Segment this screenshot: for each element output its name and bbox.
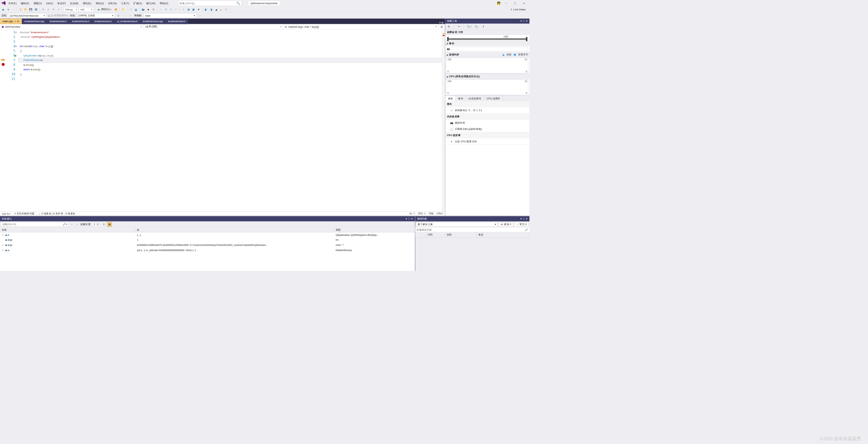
autos-search-input[interactable]: 搜索(Ctrl+E)🔎▾ xyxy=(1,222,68,227)
error-search-input[interactable]: 搜索错误列表🔎 xyxy=(415,227,529,232)
tab-1[interactable]: kmainwindow.cpp xyxy=(22,19,47,24)
pause-button[interactable]: ▮▮ xyxy=(141,7,146,11)
minimize-button[interactable]: ─ xyxy=(502,0,510,6)
scope-member-combo[interactable]: ⊕main(int argc, char * argv[])▾ xyxy=(283,24,438,29)
diag-zoom-out-button[interactable]: 🔍- xyxy=(474,24,479,29)
tab-7[interactable]: kmainwindow.h xyxy=(166,19,188,24)
history-button[interactable]: ─ xyxy=(11,7,16,11)
menu-window[interactable]: 窗口(W) xyxy=(144,1,157,6)
step-into-button[interactable]: → xyxy=(158,7,163,11)
menu-build[interactable]: 生成(B) xyxy=(68,1,80,6)
thread-combo[interactable]: [18856] 主线程▾ xyxy=(77,13,115,18)
live-share-button[interactable]: ⇪Live Share xyxy=(507,8,528,11)
overview-ruler[interactable] xyxy=(442,29,445,211)
step-out-button[interactable]: ↗ xyxy=(169,7,173,11)
tab-main-cpp[interactable]: main.cpp⊕✕ xyxy=(0,19,22,24)
menu-help[interactable]: 帮助(H) xyxy=(158,1,170,6)
new-item-button[interactable]: 🗋 xyxy=(18,7,23,11)
menu-project[interactable]: 项目(P) xyxy=(55,1,68,6)
menu-debug[interactable]: 调试(D) xyxy=(81,1,93,6)
redo-drop[interactable]: ▾ xyxy=(56,7,61,11)
redo-button[interactable]: ↷ xyxy=(51,7,56,11)
diag-tab-summary[interactable]: 摘要 xyxy=(445,96,456,101)
autos-row[interactable]: ▷◆a{...}QApplication {Qt5Widgetsd.dll!QA… xyxy=(0,232,415,238)
stackframe-combo[interactable]: main▾ xyxy=(143,13,196,18)
col-code[interactable]: 代码 xyxy=(426,232,445,237)
events-header[interactable]: 事件 xyxy=(449,42,454,45)
menu-extensions[interactable]: 扩展(X) xyxy=(132,1,144,6)
cpu-header[interactable]: CPU (所有处理器的百分比) xyxy=(449,75,480,78)
diag-reset-button[interactable]: ⇥ xyxy=(456,24,461,29)
solution-name-badge[interactable]: QtAdvanceComponents xyxy=(248,1,280,6)
close-button[interactable]: ✕ xyxy=(520,0,528,6)
diag-tab-memory[interactable]: 内存使用率 xyxy=(466,96,484,101)
bookmark-5[interactable]: ◣ xyxy=(219,7,223,11)
continue-button[interactable]: ▶继续(C)▾ xyxy=(96,7,113,11)
tab-overflow-button[interactable]: ▾ xyxy=(439,21,441,24)
menu-tools[interactable]: 工具(T) xyxy=(119,1,131,6)
panel-pin-icon[interactable]: □ xyxy=(523,20,524,23)
stop-button[interactable]: ■ xyxy=(146,7,150,11)
summary-snapshot[interactable]: 📷截取快照 xyxy=(445,120,529,126)
stack-tool[interactable]: ▾ xyxy=(198,13,202,18)
format-1[interactable]: ≡ xyxy=(181,7,186,11)
panel-pin-icon[interactable]: □ xyxy=(408,217,410,221)
diag-timeline[interactable]: 10秒 xyxy=(445,35,529,41)
back-button[interactable]: ◉ xyxy=(1,7,5,11)
depth-value[interactable]: 3 xyxy=(92,222,97,226)
tab-6[interactable]: kmainwindow.cpp xyxy=(140,19,166,24)
error-count-chip[interactable]: ⊗错误 0 xyxy=(499,222,513,227)
maximize-button[interactable]: ▢ xyxy=(511,0,519,6)
panel-close-icon[interactable]: ✕ xyxy=(411,217,413,221)
undo-button[interactable]: ↶ xyxy=(41,7,45,11)
open-button[interactable]: 📂 xyxy=(24,7,28,11)
format-2[interactable]: ▤ xyxy=(186,7,191,11)
summary-cpu-profile[interactable]: ●记录 CPU 配置文件 xyxy=(445,139,529,145)
format-4[interactable]: ▼ xyxy=(196,7,201,11)
breakpoint-icon[interactable] xyxy=(2,63,5,66)
warning-count-chip[interactable]: ⚠警告 0 xyxy=(514,222,528,227)
step-command-2[interactable]: ⬓ xyxy=(133,7,138,11)
hot-reload-button[interactable]: 🔥 xyxy=(114,7,118,11)
scope-type-combo[interactable]: (全局范围)▾ xyxy=(144,24,283,29)
menu-test[interactable]: 测试(S) xyxy=(94,1,106,6)
autos-tool-1[interactable]: ⫿ xyxy=(102,222,106,227)
open-folder-button[interactable]: 📁 xyxy=(121,7,125,11)
no-issues-indicator[interactable]: ● 未找到相关问题 xyxy=(14,212,34,215)
menu-file[interactable]: 文件(F) xyxy=(6,1,18,6)
fold-toggle[interactable]: ⊟ xyxy=(14,30,17,35)
error-scope-combo[interactable]: 整个解决方案▾ xyxy=(416,222,498,227)
menu-git[interactable]: Git(G) xyxy=(44,1,55,5)
col-desc[interactable]: 说明 xyxy=(445,232,477,237)
autos-nav-fwd[interactable]: → xyxy=(75,222,79,227)
menu-view[interactable]: 视图(V) xyxy=(32,1,44,6)
panel-dropdown-icon[interactable]: ▾ xyxy=(406,217,407,221)
panel-close-icon[interactable]: ✕ xyxy=(526,217,528,221)
diag-chart-button[interactable]: ⫿ xyxy=(481,24,485,29)
tab-4[interactable]: kmainwindow.h xyxy=(92,19,115,24)
run-to-line-icon[interactable]: ▶ xyxy=(14,53,17,58)
bookmark-6[interactable]: ◤ xyxy=(224,7,228,11)
menu-analyze[interactable]: 分析(N) xyxy=(106,1,119,6)
autos-nav-back[interactable]: ← xyxy=(69,222,74,227)
zoom-dropdown[interactable]: 133 %▾ xyxy=(2,212,11,215)
save-button[interactable]: 💾 xyxy=(28,7,33,11)
summary-all-events[interactable]: ∞所有事件(1 个，共 1 个) xyxy=(445,107,529,114)
tab-3[interactable]: kmainwindow.h xyxy=(70,19,92,24)
bookmark-flag[interactable]: ◢ xyxy=(214,7,218,11)
tab-5[interactable]: ui_kmainwindow.h xyxy=(115,19,141,24)
global-search-input[interactable]: 搜索 (Ctrl+Q)🔍 xyxy=(178,0,242,6)
tab-more-button[interactable]: ⊕ xyxy=(441,21,444,24)
panel-pin-icon[interactable]: □ xyxy=(523,217,524,221)
process-combo[interactable]: [10792] A03TreeView.exe▾ xyxy=(8,13,46,18)
fold-toggle[interactable]: ⊟ xyxy=(14,44,17,48)
filter-1[interactable]: ▽ xyxy=(116,13,121,18)
save-all-button[interactable]: 🖫 xyxy=(34,7,38,11)
bookmark-next[interactable]: ◨ xyxy=(209,7,213,11)
pause-icon[interactable]: ▮▮ xyxy=(447,47,450,51)
user-avatar[interactable]: 🧑 xyxy=(496,0,502,6)
filter-2[interactable]: ⚐ xyxy=(122,13,126,18)
diag-tab-cpu[interactable]: CPU 使用率 xyxy=(484,96,503,101)
diag-tab-events[interactable]: 事件 xyxy=(456,96,466,101)
platform-dropdown[interactable]: x64▾ xyxy=(79,7,94,11)
